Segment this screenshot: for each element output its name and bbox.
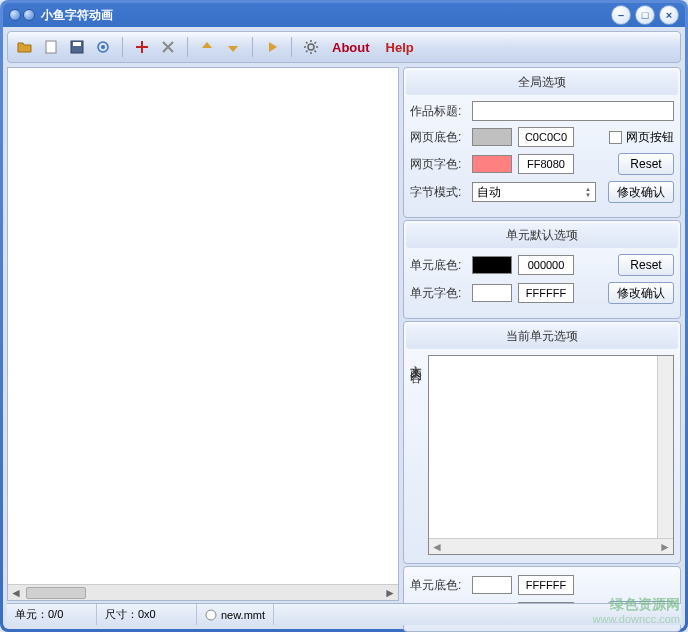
unit-bgcolor-swatch[interactable] (472, 256, 512, 274)
preview-button[interactable] (92, 36, 114, 58)
workarea: ◄ ► 全局选项 作品标题: 网页底色: (7, 67, 681, 601)
work-title-input[interactable] (472, 101, 674, 121)
scroll-thumb[interactable] (26, 587, 86, 599)
play-button[interactable] (261, 36, 283, 58)
cur-unit-bgcolor-value[interactable]: FFFFFF (518, 575, 574, 595)
about-menu[interactable]: About (326, 38, 376, 57)
toolbar: About Help (7, 31, 681, 63)
page-fgcolor-swatch[interactable] (472, 155, 512, 173)
global-options-header: 全局选项 (406, 70, 678, 95)
status-filename: new.mmt (221, 609, 265, 621)
svg-rect-0 (46, 41, 56, 53)
canvas-pane[interactable]: ◄ ► (7, 67, 399, 601)
global-confirm-button[interactable]: 修改确认 (608, 181, 674, 203)
page-fgcolor-label: 网页字色: (410, 156, 466, 173)
unit-default-panel: 单元默认选项 单元底色: 000000 Reset 单元字色: FFFFFF (403, 220, 681, 319)
byte-mode-select[interactable]: 自动 ▲▼ (472, 182, 596, 202)
svg-point-4 (101, 45, 105, 49)
window-controls: – □ × (611, 5, 679, 25)
byte-mode-label: 字节模式: (410, 184, 466, 201)
unit-current-header: 当前单元选项 (406, 324, 678, 349)
textarea-hscroll[interactable]: ◄ ► (429, 538, 673, 554)
svg-rect-2 (73, 42, 81, 46)
save-button[interactable] (66, 36, 88, 58)
add-button[interactable] (131, 36, 153, 58)
app-window: 小鱼字符动画 – □ × About Help (0, 0, 688, 632)
new-button[interactable] (40, 36, 62, 58)
svg-point-6 (206, 610, 216, 620)
page-bgcolor-label: 网页底色: (410, 129, 466, 146)
settings-button[interactable] (300, 36, 322, 58)
status-file: new.mmt (197, 604, 274, 625)
app-icon (9, 9, 35, 21)
status-bar: 单元：0/0 尺寸：0x0 new.mmt (7, 603, 681, 625)
page-bgcolor-swatch[interactable] (472, 128, 512, 146)
text-content-label: 文本内容 (410, 355, 424, 555)
unit-default-confirm-button[interactable]: 修改确认 (608, 282, 674, 304)
unit-default-reset-button[interactable]: Reset (618, 254, 674, 276)
cur-unit-bgcolor-swatch[interactable] (472, 576, 512, 594)
web-button-checkbox[interactable] (609, 131, 622, 144)
maximize-button[interactable]: □ (635, 5, 655, 25)
scroll-right-icon[interactable]: ► (382, 586, 398, 600)
byte-mode-value: 自动 (477, 184, 501, 201)
move-up-button[interactable] (196, 36, 218, 58)
help-menu[interactable]: Help (380, 38, 420, 57)
status-size: 尺寸：0x0 (97, 604, 197, 625)
scroll-right-icon[interactable]: ► (657, 540, 673, 554)
scroll-left-icon[interactable]: ◄ (8, 586, 24, 600)
global-reset-button[interactable]: Reset (618, 153, 674, 175)
global-options-panel: 全局选项 作品标题: 网页底色: C0C0C0 网页按钮 (403, 67, 681, 218)
window-title: 小鱼字符动画 (41, 7, 611, 24)
text-content-textarea[interactable]: ◄ ► (428, 355, 674, 555)
open-button[interactable] (14, 36, 36, 58)
page-fgcolor-value[interactable]: FF8080 (518, 154, 574, 174)
unit-fgcolor-swatch[interactable] (472, 284, 512, 302)
client-area: About Help ◄ ► 全局选项 作品标题: (3, 27, 685, 629)
file-icon (205, 609, 217, 621)
delete-button[interactable] (157, 36, 179, 58)
unit-bgcolor-value[interactable]: 000000 (518, 255, 574, 275)
status-unit: 单元：0/0 (7, 604, 97, 625)
work-title-label: 作品标题: (410, 103, 466, 120)
move-down-button[interactable] (222, 36, 244, 58)
web-button-label: 网页按钮 (626, 129, 674, 146)
property-pane: 全局选项 作品标题: 网页底色: C0C0C0 网页按钮 (403, 67, 681, 601)
unit-bgcolor-label: 单元底色: (410, 257, 466, 274)
scroll-left-icon[interactable]: ◄ (429, 540, 445, 554)
spinner-icon[interactable]: ▲▼ (585, 186, 591, 198)
close-button[interactable]: × (659, 5, 679, 25)
page-bgcolor-value[interactable]: C0C0C0 (518, 127, 574, 147)
textarea-vscroll[interactable] (657, 356, 673, 538)
unit-default-header: 单元默认选项 (406, 223, 678, 248)
svg-point-5 (308, 44, 314, 50)
canvas-hscroll[interactable]: ◄ ► (8, 584, 398, 600)
unit-current-panel: 当前单元选项 文本内容 ◄ ► (403, 321, 681, 564)
minimize-button[interactable]: – (611, 5, 631, 25)
unit-fgcolor-label: 单元字色: (410, 285, 466, 302)
unit-fgcolor-value[interactable]: FFFFFF (518, 283, 574, 303)
titlebar: 小鱼字符动画 – □ × (3, 3, 685, 27)
cur-unit-bgcolor-label: 单元底色: (410, 577, 466, 594)
